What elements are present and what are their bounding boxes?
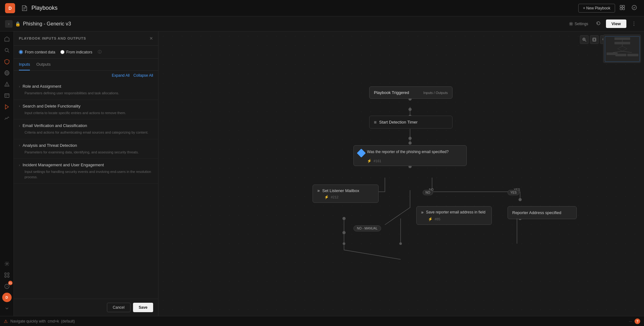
top-header: D Playbooks + New Playbook	[0, 0, 644, 16]
svg-rect-31	[593, 38, 596, 41]
node-trigger-right: Inputs / Outputs	[423, 91, 448, 95]
panel-close-button[interactable]: ✕	[149, 36, 153, 41]
zoom-in-button[interactable]	[580, 35, 589, 44]
svg-rect-43	[627, 54, 638, 56]
svg-point-54	[519, 198, 522, 201]
nav-shield[interactable]	[2, 57, 12, 67]
svg-rect-3	[620, 5, 622, 7]
save-email-hash: #85	[435, 217, 440, 221]
radio-indicators-input[interactable]	[60, 50, 64, 54]
nav-user[interactable]: D	[2, 293, 12, 302]
fit-view-button[interactable]	[590, 35, 599, 44]
status-command-input[interactable]	[10, 319, 626, 323]
svg-rect-22	[8, 273, 9, 274]
app-logo: D	[5, 3, 15, 13]
new-playbook-button[interactable]: + New Playbook	[578, 4, 615, 13]
accordion-item-3[interactable]: › Analysis and Threat Detection Paramete…	[14, 139, 158, 159]
accordion-chevron-3: ›	[19, 143, 20, 147]
lock-icon: 🔒	[15, 21, 20, 26]
diamond-shape-icon	[357, 149, 366, 157]
tab-inputs[interactable]: Inputs	[19, 59, 30, 70]
accordion-header-1: › Search and Delete Functionality	[19, 104, 153, 108]
nav-apps[interactable]	[2, 270, 12, 280]
save-button[interactable]: Save	[133, 303, 153, 312]
header-icon-2[interactable]	[630, 3, 639, 14]
accordion-item-4[interactable]: › Incident Management and User Engagemen…	[14, 159, 158, 184]
node-trigger-label: Playbook Triggered	[374, 90, 409, 95]
nav-alerts[interactable]	[2, 79, 12, 89]
nav-search[interactable]	[2, 45, 12, 55]
settings-button[interactable]: Settings	[566, 20, 591, 27]
diamond-hash: #161	[374, 159, 381, 163]
nav-playbooks[interactable]	[2, 102, 12, 112]
nav-expand[interactable]	[2, 303, 12, 313]
mailbox-lightning-icon: ⚡	[324, 195, 329, 199]
svg-point-67	[343, 242, 345, 245]
svg-marker-19	[5, 105, 8, 109]
accordion-chevron-4: ›	[19, 163, 20, 167]
view-button[interactable]: View	[606, 19, 626, 28]
svg-rect-24	[8, 276, 9, 277]
radio-group: From context data From indicators ⓘ	[14, 46, 158, 59]
radio-context-label[interactable]: From context data	[19, 50, 55, 54]
nav-incidents[interactable]	[2, 91, 12, 101]
accordion-header-2: › Email Verification and Classification	[19, 123, 153, 128]
nav-home[interactable]	[2, 34, 12, 44]
expand-all-button[interactable]: Expand All	[112, 73, 130, 78]
accordion-desc-2: Criteria and actions for authenticating …	[25, 130, 153, 135]
svg-rect-38	[614, 37, 630, 40]
accordion-item-2[interactable]: › Email Verification and Classification …	[14, 119, 158, 139]
node-save-reporter-email[interactable]: » Save reporter email address in field ⚡…	[416, 206, 492, 225]
app-title: Playbooks	[31, 5, 58, 11]
nav-settings[interactable]	[2, 259, 12, 269]
svg-rect-21	[5, 273, 6, 274]
more-options-button[interactable]: ⋮	[629, 19, 639, 28]
accordion-item-0[interactable]: › Role and Assignment Parameters definin…	[14, 80, 158, 100]
status-help-icon[interactable]: ?	[635, 318, 640, 324]
set-mailbox-label: Set Listener Mailbox	[322, 188, 359, 193]
node-set-listener-mailbox[interactable]: » Set Listener Mailbox ⚡ #212	[313, 185, 379, 203]
sidebar-collapse-button[interactable]: ›	[5, 20, 13, 28]
svg-point-60	[408, 137, 412, 140]
accordion-list: › Role and Assignment Parameters definin…	[14, 80, 158, 184]
restore-button[interactable]	[593, 19, 603, 28]
svg-line-28	[585, 40, 586, 41]
collapse-all-button[interactable]: Collapse All	[133, 73, 153, 78]
cancel-button[interactable]: Cancel	[107, 303, 130, 312]
nav-network[interactable]	[2, 68, 12, 78]
node-start-detection-timer[interactable]: ≡ Start Detection Timer	[369, 116, 452, 129]
accordion-desc-0: Parameters defining user responsibilitie…	[25, 91, 153, 96]
accordion-item-1[interactable]: › Search and Delete Functionality Input …	[14, 100, 158, 120]
diamond-question-text: Was the reporter of the phishing email s…	[367, 149, 449, 155]
diamond-lightning-icon: ⚡	[367, 159, 372, 163]
accordion-chevron-0: ›	[19, 85, 20, 88]
accordion-chevron-1: ›	[19, 104, 20, 108]
nav-analytics[interactable]	[2, 113, 12, 123]
status-right: ··· ?	[629, 318, 640, 324]
nav-help[interactable]: ? 21	[2, 281, 12, 291]
accordion-header-0: › Role and Assignment	[19, 84, 153, 89]
accordion-title-1: Search and Delete Functionality	[23, 104, 80, 108]
badge-no-manual: NO - MANUAL	[353, 225, 381, 231]
badge-yes: YES	[508, 190, 519, 195]
tab-outputs[interactable]: Outputs	[36, 59, 51, 70]
sub-header: › 🔒 Phishing - Generic v3 Settings View …	[0, 16, 644, 31]
header-icon-1[interactable]	[618, 3, 627, 14]
node-playbook-triggered[interactable]: Playbook Triggered Inputs / Outputs	[369, 86, 452, 99]
svg-line-10	[8, 51, 9, 52]
svg-point-9	[5, 48, 8, 52]
panel-header: PLAYBOOK INPUTS AND OUTPUTS ✕	[14, 31, 158, 46]
accordion-desc-4: Input settings for handling security eve…	[25, 169, 153, 180]
node-reporter-address[interactable]: Reporter Address specified	[508, 206, 577, 219]
svg-point-68	[399, 242, 402, 245]
panel-tabs: Inputs Outputs	[14, 59, 158, 71]
radio-context-input[interactable]	[19, 50, 23, 54]
radio-indicators-label[interactable]: From indicators	[60, 50, 92, 54]
svg-rect-6	[623, 8, 625, 10]
svg-rect-23	[5, 276, 6, 277]
accordion-title-2: Email Verification and Classification	[23, 123, 87, 128]
accordion-header-3: › Analysis and Threat Detection	[19, 143, 153, 148]
svg-rect-16	[5, 94, 9, 97]
node-diamond-question[interactable]: Was the reporter of the phishing email s…	[353, 145, 467, 166]
playbook-name: Phishing - Generic v3	[23, 21, 71, 27]
